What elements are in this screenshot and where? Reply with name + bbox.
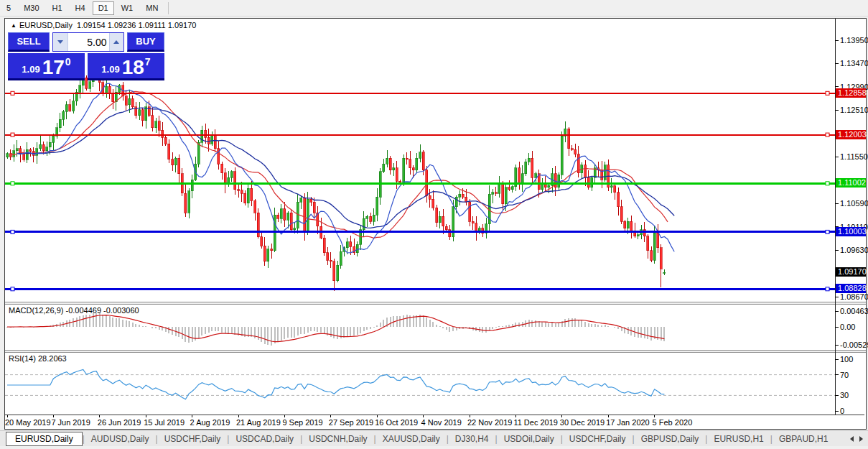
date-tick-label: 9 Sep 2019 bbox=[282, 418, 322, 427]
date-tick-label: 5 Feb 2020 bbox=[653, 418, 693, 427]
date-tick-label: 26 Jun 2019 bbox=[98, 418, 141, 427]
level-handle-right-1.08828[interactable] bbox=[826, 287, 829, 291]
price-tick-label: 1.12510 bbox=[840, 106, 868, 114]
mt4-application: 5M30H1H4D1W1MN ▲EURUSD,Daily1.09154 1.09… bbox=[0, 0, 868, 449]
level-handle-left-1.12003[interactable] bbox=[11, 133, 14, 136]
sell-price-box[interactable]: 1.09 17 0 bbox=[8, 53, 85, 80]
timeframe-button-5[interactable]: 5 bbox=[1, 1, 17, 15]
date-axis[interactable]: 20 May 20197 Jun 201926 Jun 201915 Jul 2… bbox=[5, 415, 864, 428]
chart-tab-xauusd-daily[interactable]: XAUUSD,Daily bbox=[376, 432, 447, 445]
date-tick-mark bbox=[99, 415, 100, 417]
tab-scroll-arrows bbox=[847, 434, 866, 444]
rsi-axis-label: 70 bbox=[840, 371, 849, 379]
lot-decrease-button[interactable] bbox=[53, 33, 68, 51]
level-handle-right-1.12003[interactable] bbox=[826, 133, 829, 136]
price-tick-dash bbox=[835, 297, 839, 297]
sell-price-big: 17 bbox=[42, 57, 65, 78]
current-price-badge: 1.09170 bbox=[836, 267, 866, 277]
lot-increase-button[interactable] bbox=[109, 33, 124, 51]
macd-axis-label: 0.00463 bbox=[840, 307, 868, 315]
level-handle-right-1.11002[interactable] bbox=[826, 182, 829, 185]
chart-tab-usdoil-daily[interactable]: USDOil,Daily bbox=[498, 432, 561, 445]
chart-tab-eurusd-daily[interactable]: EURUSD,Daily bbox=[6, 432, 83, 446]
rsi-current-value: 28.2063 bbox=[38, 354, 67, 363]
date-tick-label: 27 Sep 2019 bbox=[329, 418, 373, 427]
tabs-scroll-right-button[interactable] bbox=[857, 434, 866, 444]
level-price-badge-green: 1.11002 bbox=[836, 178, 866, 188]
date-tick-mark bbox=[654, 415, 655, 417]
date-tick-mark bbox=[470, 415, 470, 417]
price-tick-dash bbox=[835, 250, 839, 251]
chart-tab-eurusd-h1[interactable]: EURUSD,H1 bbox=[707, 432, 770, 445]
price-axis-line bbox=[835, 19, 836, 415]
rsi-name: RSI(14) bbox=[9, 354, 36, 363]
sell-price-sup: 0 bbox=[65, 56, 71, 68]
timeframe-button-w1[interactable]: W1 bbox=[116, 1, 139, 15]
chart-tab-audusd-daily[interactable]: AUDUSD,Daily bbox=[85, 432, 156, 445]
date-tick-mark bbox=[330, 415, 331, 417]
arrow-left-icon bbox=[850, 436, 854, 442]
price-tick-label: 1.10590 bbox=[840, 199, 868, 208]
chart-tab-usdcad-daily[interactable]: USDCAD,Daily bbox=[229, 432, 300, 445]
chart-tab-gbpusd-daily[interactable]: GBPUSD,Daily bbox=[635, 432, 706, 445]
level-handle-right-1.12858[interactable] bbox=[826, 91, 829, 95]
date-tick-label: 16 Oct 2019 bbox=[375, 418, 418, 427]
price-tick-label: 1.11550 bbox=[840, 152, 868, 161]
timeframe-button-d1[interactable]: D1 bbox=[93, 1, 114, 15]
macd-current-values: -0.004469 -0.003060 bbox=[65, 306, 139, 315]
chart-tab-dj30-h4[interactable]: DJ30,H4 bbox=[449, 432, 495, 445]
chart-tab-bar: EURUSD,Daily|AUDUSD,Daily|USDCHF,Daily|U… bbox=[0, 430, 868, 446]
level-handle-left-1.11002[interactable] bbox=[11, 182, 14, 185]
price-tick-dash bbox=[835, 63, 839, 64]
level-price-badge-blue: 1.10003 bbox=[836, 227, 866, 236]
level-handle-left-1.08828[interactable] bbox=[11, 287, 14, 291]
macd-tick-dash bbox=[835, 311, 839, 312]
level-price-badge-blue: 1.08828 bbox=[836, 284, 866, 293]
timeframe-toolbar: 5M30H1H4D1W1MN bbox=[0, 0, 868, 17]
macd-panel[interactable]: MACD(12,26,9) -0.004469 -0.003060 bbox=[5, 305, 835, 350]
date-tick-label: 11 Dec 2019 bbox=[513, 418, 558, 427]
price-tick-label: 1.08670 bbox=[840, 292, 868, 301]
timeframe-button-m30[interactable]: M30 bbox=[18, 1, 45, 15]
date-tick-mark bbox=[284, 415, 285, 417]
chart-tab-usdchf-daily[interactable]: USDCHF,Daily bbox=[563, 432, 633, 445]
date-tick-mark bbox=[146, 415, 146, 417]
timeframe-button-h4[interactable]: H4 bbox=[70, 1, 91, 15]
chevron-down-icon bbox=[57, 40, 63, 44]
level-handle-left-1.12858[interactable] bbox=[11, 91, 14, 95]
date-tick-label: 20 May 2019 bbox=[5, 418, 51, 427]
price-tick-label: 1.09630 bbox=[840, 246, 868, 254]
ma-fast-blue-line bbox=[17, 83, 674, 253]
rsi-tick-dash bbox=[835, 374, 839, 375]
buy-price-big: 18 bbox=[122, 57, 144, 78]
macd-label: MACD(12,26,9) -0.004469 -0.003060 bbox=[9, 306, 139, 315]
buy-price-box[interactable]: 1.09 18 7 bbox=[88, 53, 164, 80]
level-handle-right-1.10003[interactable] bbox=[826, 230, 829, 233]
rsi-tick-dash bbox=[835, 395, 839, 396]
chart-tab-usdchf-daily[interactable]: USDCHF,Daily bbox=[158, 432, 228, 445]
lot-size-input[interactable] bbox=[68, 33, 109, 51]
lot-size-group bbox=[52, 32, 124, 52]
timeframe-button-mn[interactable]: MN bbox=[140, 1, 164, 15]
date-tick-label: 30 Dec 2019 bbox=[560, 418, 605, 427]
macd-axis-label: 0.00 bbox=[840, 323, 855, 331]
tabs-scroll-left-button[interactable] bbox=[847, 434, 857, 444]
level-handle-left-1.10003[interactable] bbox=[11, 230, 14, 233]
sell-button[interactable]: SELL bbox=[8, 32, 50, 52]
date-tick-mark bbox=[53, 415, 54, 417]
date-tick-mark bbox=[423, 415, 424, 417]
timeframe-button-h1[interactable]: H1 bbox=[47, 1, 68, 15]
date-tick-label: 7 Jun 2019 bbox=[51, 418, 90, 427]
macd-histogram bbox=[6, 313, 665, 346]
price-tick-dash bbox=[835, 110, 839, 111]
chevron-up-icon bbox=[113, 40, 119, 44]
chart-tab-usdcnh-daily[interactable]: USDCNH,Daily bbox=[302, 432, 373, 445]
buy-button[interactable]: BUY bbox=[127, 32, 164, 52]
date-tick-mark bbox=[7, 415, 8, 417]
date-tick-mark bbox=[561, 415, 562, 417]
rsi-line bbox=[7, 369, 664, 399]
sell-price-head: 1.09 bbox=[22, 64, 39, 75]
chart-tab-gbpaud-h1[interactable]: GBPAUD,H1 bbox=[773, 432, 834, 445]
date-tick-label: 2 Aug 2019 bbox=[190, 418, 230, 427]
rsi-panel[interactable]: RSI(14) 28.2063 bbox=[5, 353, 835, 415]
